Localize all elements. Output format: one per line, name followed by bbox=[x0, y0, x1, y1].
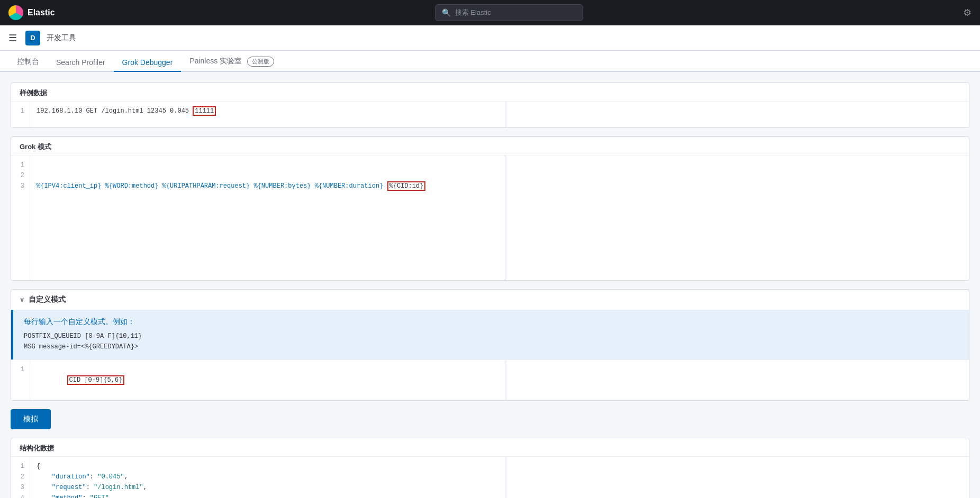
grok-line-numbers: 1 2 3 bbox=[11, 155, 30, 280]
custom-pattern-highlighted: CID [0-9]{5,6} bbox=[67, 375, 125, 385]
json-line-1: { bbox=[37, 461, 498, 472]
beta-badge: 公测版 bbox=[247, 57, 274, 67]
custom-patterns-line-numbers: 1 bbox=[11, 360, 30, 400]
sample-data-code[interactable]: 192.168.1.10 GET /login.html 12345 0.045… bbox=[30, 102, 505, 127]
sample-data-editor[interactable]: 1 192.168.1.10 GET /login.html 12345 0.0… bbox=[11, 101, 969, 127]
grok-pattern-code[interactable]: %{IPV4:client_ip} %{WORD:method} %{URIPA… bbox=[30, 155, 505, 280]
structured-data-label: 结构化数据 bbox=[11, 438, 969, 456]
settings-icon[interactable]: ⚙ bbox=[963, 7, 972, 19]
dev-tools-avatar: D bbox=[25, 31, 40, 45]
grok-pattern-editor[interactable]: 1 2 3 %{IPV4:client_ip} %{WORD:method} %… bbox=[11, 155, 969, 280]
tab-grok-debugger[interactable]: Grok Debugger bbox=[114, 54, 182, 72]
structured-data-code: { "duration": "0.045", "request": "/logi… bbox=[30, 457, 505, 498]
elastic-logo-icon bbox=[8, 5, 23, 20]
info-box-code: POSTFIX_QUEUEID [0-9A-F]{10,11} MSG mess… bbox=[24, 331, 958, 352]
sample-data-label: 样例数据 bbox=[11, 83, 969, 101]
search-placeholder-text: 搜索 Elastic bbox=[455, 8, 491, 17]
tab-bar: 控制台 Search Profiler Grok Debugger Painle… bbox=[0, 51, 980, 72]
structured-data-right bbox=[507, 457, 969, 498]
tab-console[interactable]: 控制台 bbox=[8, 53, 48, 72]
grok-pattern-section: Grok 模式 1 2 3 %{IPV4:client_ip} %{WORD:m… bbox=[11, 136, 969, 281]
structured-data-section: 结构化数据 1 2 3 4 5 6 7 8 { "duration": "0.0… bbox=[11, 438, 969, 498]
top-navigation: Elastic 🔍 搜索 Elastic ⚙ bbox=[0, 0, 980, 25]
search-icon: 🔍 bbox=[442, 8, 451, 17]
dev-tools-label: 开发工具 bbox=[47, 33, 76, 43]
grok-pattern-label: Grok 模式 bbox=[11, 137, 969, 155]
nav-left: Elastic bbox=[8, 5, 55, 20]
custom-mode-info-box: 每行输入一个自定义模式。例如： POSTFIX_QUEUEID [0-9A-F]… bbox=[11, 310, 969, 359]
global-search-bar[interactable]: 🔍 搜索 Elastic bbox=[435, 4, 583, 21]
sample-data-right-panel bbox=[507, 102, 969, 127]
json-line-3: "request": "/login.html", bbox=[37, 482, 498, 493]
secondary-navigation: ☰ D 开发工具 bbox=[0, 25, 980, 51]
elastic-logo-text: Elastic bbox=[28, 8, 55, 17]
info-box-title: 每行输入一个自定义模式。例如： bbox=[24, 317, 958, 327]
custom-mode-header[interactable]: ∨ 自定义模式 bbox=[11, 290, 969, 310]
custom-patterns-right bbox=[507, 360, 969, 400]
custom-patterns-editor[interactable]: 1 CID [0-9]{5,6} bbox=[11, 359, 969, 400]
hamburger-menu[interactable]: ☰ bbox=[8, 32, 17, 44]
main-content: 样例数据 1 192.168.1.10 GET /login.html 1234… bbox=[0, 72, 980, 498]
tab-search-profiler[interactable]: Search Profiler bbox=[48, 54, 114, 72]
tab-painless[interactable]: Painless 实验室 公测版 bbox=[181, 52, 283, 72]
chevron-down-icon: ∨ bbox=[20, 296, 24, 303]
custom-patterns-code[interactable]: CID [0-9]{5,6} bbox=[30, 360, 505, 400]
custom-mode-section: ∨ 自定义模式 每行输入一个自定义模式。例如： POSTFIX_QUEUEID … bbox=[11, 289, 969, 401]
grok-right-panel bbox=[507, 155, 969, 280]
custom-mode-label: 自定义模式 bbox=[29, 295, 66, 305]
structured-data-editor: 1 2 3 4 5 6 7 8 { "duration": "0.045", "… bbox=[11, 456, 969, 498]
simulate-button[interactable]: 模拟 bbox=[11, 409, 51, 429]
structured-data-line-numbers: 1 2 3 4 5 6 7 8 bbox=[11, 457, 30, 498]
json-line-2: "duration": "0.045", bbox=[37, 472, 498, 482]
grok-highlighted-pattern: %{CID:id} bbox=[387, 181, 426, 191]
sample-data-line-numbers: 1 bbox=[11, 102, 30, 127]
json-line-4: "method": "GET", bbox=[37, 493, 498, 498]
elastic-logo[interactable]: Elastic bbox=[8, 5, 55, 20]
sample-data-highlighted: 11111 bbox=[193, 106, 216, 116]
sample-data-section: 样例数据 1 192.168.1.10 GET /login.html 1234… bbox=[11, 82, 969, 128]
